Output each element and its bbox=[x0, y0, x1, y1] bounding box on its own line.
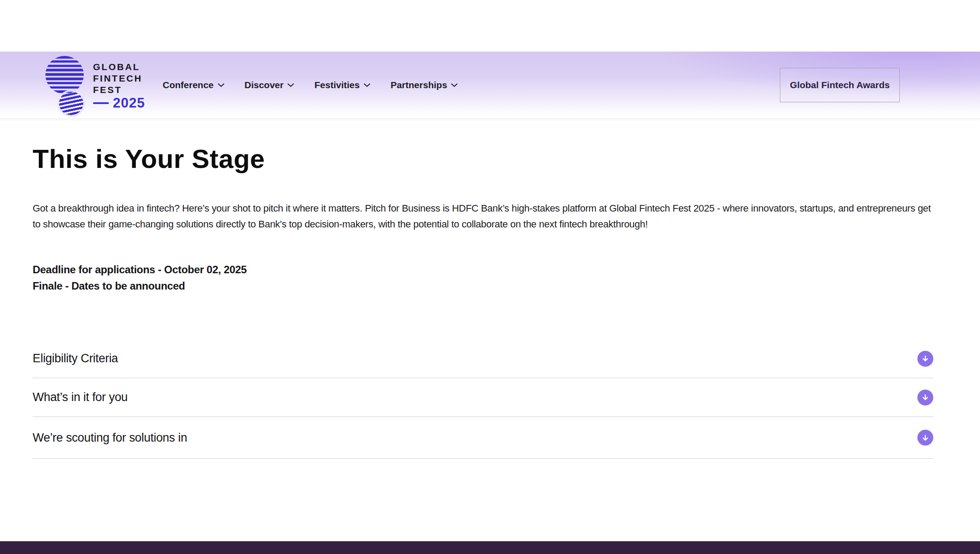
nav-label: Discover bbox=[245, 80, 284, 90]
nav-item-partnerships[interactable]: Partnerships bbox=[391, 80, 458, 90]
expand-whats-in-it-button[interactable] bbox=[917, 390, 933, 405]
nav-item-conference[interactable]: Conference bbox=[163, 80, 224, 90]
main-content: This is Your Stage Got a breakthrough id… bbox=[0, 119, 980, 459]
nav-item-discover[interactable]: Discover bbox=[245, 80, 294, 90]
expand-scouting-button[interactable] bbox=[917, 430, 933, 446]
chevron-down-icon bbox=[451, 83, 458, 87]
page-title: This is Your Stage bbox=[33, 144, 933, 174]
logo-word-fest: FEST bbox=[93, 84, 145, 96]
chevron-down-icon bbox=[287, 83, 294, 87]
arrow-down-icon bbox=[922, 434, 929, 442]
nav-label: Festivities bbox=[314, 80, 360, 90]
accordion-label: We’re scouting for solutions in bbox=[33, 431, 187, 445]
globe-logo-icon bbox=[44, 55, 86, 115]
chevron-down-icon bbox=[218, 83, 224, 87]
accordion-item-scouting-solutions[interactable]: We’re scouting for solutions in bbox=[33, 417, 933, 459]
logo-word-global: GLOBAL bbox=[93, 61, 145, 73]
logo-dash bbox=[93, 102, 109, 104]
logo-year: 2025 bbox=[113, 97, 145, 109]
arrow-down-icon bbox=[922, 355, 929, 362]
expand-eligibility-button[interactable] bbox=[917, 351, 933, 367]
striped-sphere-small bbox=[59, 92, 83, 115]
logo[interactable]: GLOBAL FINTECH FEST 2025 bbox=[44, 55, 145, 115]
striped-sphere-large bbox=[45, 56, 84, 94]
main-nav: Conference Discover Festivities Partners… bbox=[163, 80, 458, 90]
logo-wordmark: GLOBAL FINTECH FEST 2025 bbox=[93, 61, 145, 109]
deadline-block: Deadline for applications - October 02, … bbox=[33, 261, 933, 294]
chevron-down-icon bbox=[364, 83, 370, 87]
accordion: Eligibility Criteria What’s in it for yo… bbox=[33, 339, 933, 459]
accordion-item-eligibility-criteria[interactable]: Eligibility Criteria bbox=[33, 339, 933, 378]
nav-item-festivities[interactable]: Festivities bbox=[314, 80, 370, 90]
accordion-item-whats-in-it-for-you[interactable]: What’s in it for you bbox=[33, 378, 933, 417]
accordion-label: Eligibility Criteria bbox=[33, 352, 118, 365]
logo-word-fintech: FINTECH bbox=[93, 73, 145, 84]
deadline-applications-line: Deadline for applications - October 02, … bbox=[33, 261, 933, 278]
arrow-down-icon bbox=[922, 394, 929, 401]
site-header: GLOBAL FINTECH FEST 2025 Conference Disc… bbox=[0, 52, 980, 119]
intro-paragraph: Got a breakthrough idea in fintech? Here… bbox=[33, 201, 933, 232]
footer-bar bbox=[0, 541, 980, 554]
finale-dates-line: Finale - Dates to be announced bbox=[33, 278, 933, 294]
accordion-label: What’s in it for you bbox=[33, 390, 128, 404]
global-fintech-awards-button[interactable]: Global Fintech Awards bbox=[780, 68, 900, 102]
nav-label: Conference bbox=[163, 80, 214, 90]
nav-label: Partnerships bbox=[391, 80, 447, 90]
